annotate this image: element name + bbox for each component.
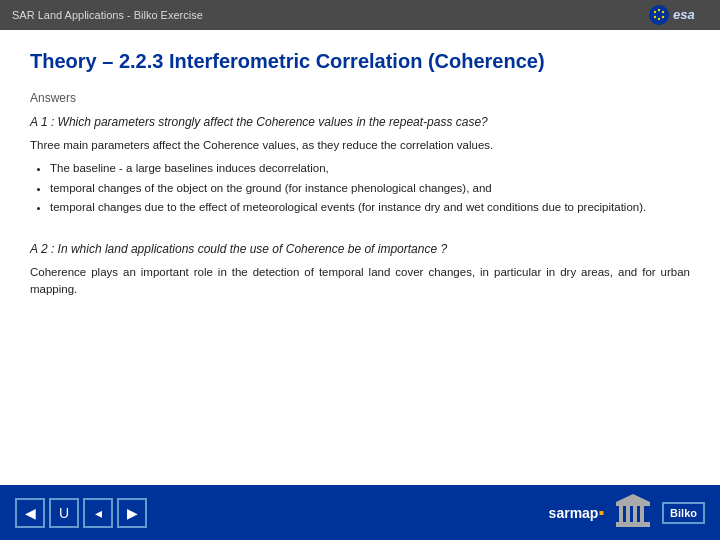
svg-rect-12 — [640, 506, 644, 522]
svg-marker-14 — [616, 494, 650, 502]
bilko-text: Bilko — [670, 507, 697, 519]
answers-label: Answers — [30, 91, 690, 105]
nav-next-button[interactable]: ▶ — [117, 498, 147, 528]
svg-point-4 — [662, 16, 664, 18]
footer-logos: sarmap ▪ Bilko — [549, 492, 705, 534]
q2-text: Coherence plays an important role in the… — [30, 264, 690, 299]
home-icon: U — [59, 505, 69, 521]
svg-point-5 — [658, 18, 660, 20]
nav-prev-button[interactable]: ◂ — [83, 498, 113, 528]
svg-text:esa: esa — [673, 7, 695, 22]
svg-rect-11 — [633, 506, 637, 522]
temple-icon — [614, 492, 652, 534]
svg-point-6 — [654, 16, 656, 18]
svg-point-2 — [658, 9, 660, 11]
svg-rect-13 — [616, 502, 650, 506]
page-title: Theory – 2.2.3 Interferometric Correlati… — [30, 50, 690, 73]
question-2: A 2 : In which land applications could t… — [30, 242, 690, 256]
sarmap-dot: ▪ — [598, 504, 604, 522]
sarmap-text: sarmap — [549, 505, 599, 521]
svg-point-3 — [662, 11, 664, 13]
bilko-logo: Bilko — [662, 502, 705, 524]
nav-home-button[interactable]: U — [49, 498, 79, 528]
nav-buttons: ◀ U ◂ ▶ — [15, 498, 147, 528]
nav-back-button[interactable]: ◀ — [15, 498, 45, 528]
header-bar: SAR Land Applications - Bilko Exercise e… — [0, 0, 720, 30]
header-title: SAR Land Applications - Bilko Exercise — [12, 9, 203, 21]
svg-point-1 — [654, 11, 656, 13]
svg-rect-10 — [626, 506, 630, 522]
main-content: Theory – 2.2.3 Interferometric Correlati… — [0, 30, 720, 485]
q1-intro-text: Three main parameters affect the Coheren… — [30, 137, 690, 154]
back-icon: ◀ — [25, 505, 36, 521]
svg-rect-8 — [616, 522, 650, 527]
esa-logo: esa — [648, 4, 708, 26]
bullet-2: temporal changes of the object on the gr… — [50, 180, 690, 197]
footer-bar: ◀ U ◂ ▶ sarmap ▪ — [0, 485, 720, 540]
bullet-1: The baseline - a large baselines induces… — [50, 160, 690, 177]
next-icon: ▶ — [127, 505, 138, 521]
prev-icon: ◂ — [95, 505, 102, 521]
svg-rect-9 — [619, 506, 623, 522]
sarmap-logo: sarmap ▪ — [549, 504, 604, 522]
svg-point-0 — [649, 5, 669, 25]
bullet-3: temporal changes due to the effect of me… — [50, 199, 690, 216]
question-1: A 1 : Which parameters strongly affect t… — [30, 115, 690, 129]
q1-bullet-list: The baseline - a large baselines induces… — [50, 160, 690, 216]
